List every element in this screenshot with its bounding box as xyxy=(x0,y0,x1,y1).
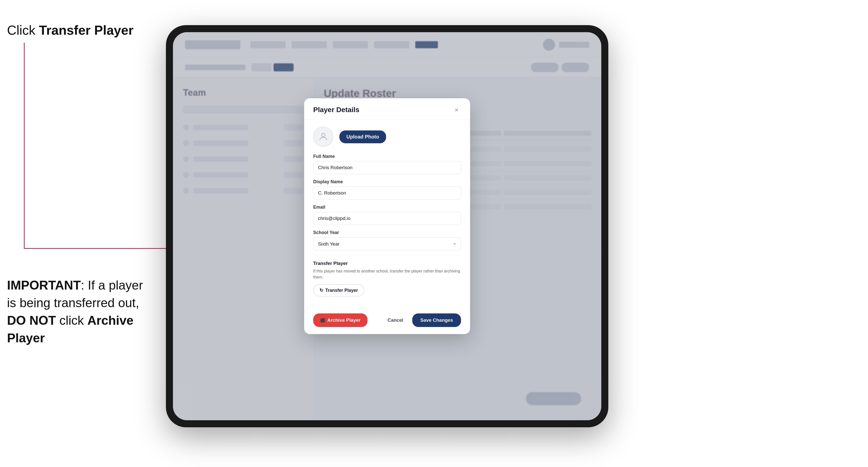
transfer-player-section: Transfer Player If this player has moved… xyxy=(313,255,461,296)
important-label: IMPORTANT xyxy=(7,278,81,292)
school-year-select[interactable]: First Year Second Year Third Year Fourth… xyxy=(313,237,461,250)
player-details-modal: Player Details × Upload Photo xyxy=(304,98,470,334)
display-name-group: Display Name xyxy=(313,179,461,199)
transfer-player-button[interactable]: ↻ Transfer Player xyxy=(313,284,364,296)
top-instruction: Click Transfer Player xyxy=(7,23,133,38)
arrow-vertical xyxy=(24,43,25,249)
email-input[interactable] xyxy=(313,212,461,225)
full-name-input[interactable] xyxy=(313,161,461,174)
tablet-frame: Team xyxy=(166,25,608,427)
save-changes-button[interactable]: Save Changes xyxy=(412,313,461,327)
transfer-player-label: Transfer Player xyxy=(39,23,133,37)
modal-header: Player Details × xyxy=(304,98,470,120)
svg-point-0 xyxy=(321,133,325,137)
display-name-label: Display Name xyxy=(313,179,461,185)
archive-player-button[interactable]: ⬛ Archive Player xyxy=(313,313,368,327)
archive-icon: ⬛ xyxy=(320,318,325,323)
transfer-btn-label: Transfer Player xyxy=(325,288,358,293)
cancel-button[interactable]: Cancel xyxy=(382,313,408,327)
full-name-group: Full Name xyxy=(313,154,461,174)
transfer-icon: ↻ xyxy=(319,287,323,293)
email-group: Email xyxy=(313,205,461,225)
tablet-screen: Team xyxy=(173,32,601,420)
do-not-label: DO NOT xyxy=(7,313,56,328)
email-label: Email xyxy=(313,205,461,210)
person-icon xyxy=(318,132,328,142)
transfer-section-title: Transfer Player xyxy=(313,261,461,266)
modal-footer: ⬛ Archive Player Cancel Save Changes xyxy=(304,308,470,334)
modal-title: Player Details xyxy=(313,106,360,114)
full-name-label: Full Name xyxy=(313,154,461,159)
school-year-group: School Year First Year Second Year Third… xyxy=(313,230,461,250)
modal-overlay: Player Details × Upload Photo xyxy=(173,32,601,420)
modal-close-button[interactable]: × xyxy=(452,105,461,114)
upload-photo-button[interactable]: Upload Photo xyxy=(339,130,386,143)
transfer-description: If this player has moved to another scho… xyxy=(313,268,461,280)
archive-btn-label: Archive Player xyxy=(327,317,361,323)
bottom-text-2: click xyxy=(56,313,87,328)
photo-row: Upload Photo xyxy=(313,127,461,147)
modal-body: Upload Photo Full Name Display Name xyxy=(304,120,470,308)
player-avatar xyxy=(313,127,333,147)
click-label: Click xyxy=(7,23,39,37)
bottom-instruction: IMPORTANT: If a player is being transfer… xyxy=(7,277,153,347)
display-name-input[interactable] xyxy=(313,187,461,199)
school-year-label: School Year xyxy=(313,230,461,235)
